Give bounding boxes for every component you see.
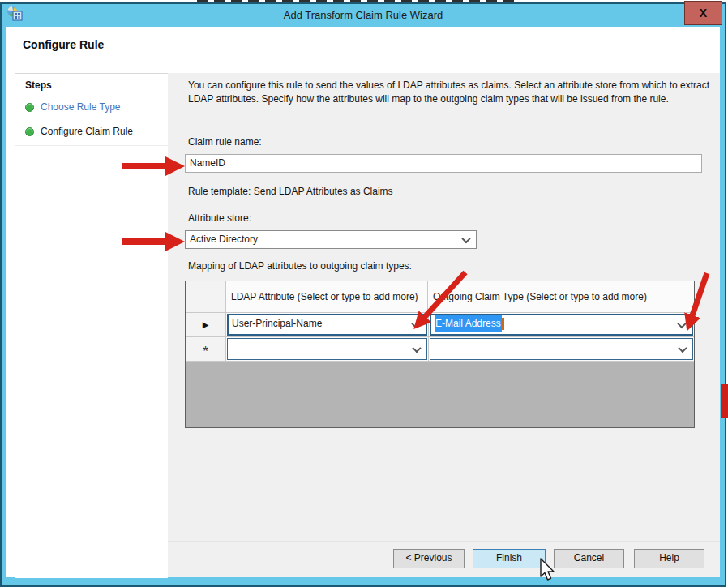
screenshot-scene: Add Transform Claim Rule Wizard X Config… bbox=[0, 0, 728, 587]
selected-claim-type-text: E-Mail Address bbox=[435, 315, 502, 332]
ldap-attribute-dropdown-empty[interactable] bbox=[227, 338, 427, 360]
rule-template-text: Rule template: Send LDAP Attributes as C… bbox=[188, 186, 393, 197]
attribute-store-label: Attribute store: bbox=[188, 212, 251, 224]
main-content: You can configure this rule to send the … bbox=[168, 73, 720, 577]
dialog-client-area: Configure Rule Steps Choose Rule Type Co… bbox=[6, 27, 720, 577]
chevron-down-icon bbox=[678, 343, 687, 352]
button-area-divider bbox=[168, 541, 720, 542]
ldap-attribute-column-header: LDAP Attribute (Select or type to add mo… bbox=[226, 281, 428, 312]
outgoing-claim-type-cell: E-Mail Address bbox=[429, 313, 694, 336]
sidebar-divider bbox=[15, 145, 168, 146]
window-title: Add Transform Claim Rule Wizard bbox=[2, 4, 725, 26]
current-row-marker-icon: ▶ bbox=[203, 320, 209, 329]
add-transform-claim-rule-wizard-dialog: Add Transform Claim Rule Wizard X Config… bbox=[0, 2, 726, 587]
mapping-label: Mapping of LDAP attributes to outgoing c… bbox=[188, 260, 412, 272]
attribute-store-value: Active Directory bbox=[190, 234, 258, 245]
text-caret bbox=[502, 318, 504, 330]
step-complete-icon bbox=[25, 127, 34, 136]
help-button[interactable]: Help bbox=[634, 549, 704, 568]
outgoing-claim-type-column-header: Outgoing Claim Type (Select or type to a… bbox=[428, 281, 694, 312]
claim-rule-name-input[interactable]: NameID bbox=[185, 154, 702, 173]
ldap-attribute-cell: User-Principal-Name bbox=[226, 313, 429, 336]
step-label: Choose Rule Type bbox=[41, 101, 121, 113]
title-bar[interactable]: Add Transform Claim Rule Wizard X bbox=[2, 4, 725, 27]
ldap-attribute-cell bbox=[226, 337, 429, 361]
outgoing-claim-type-dropdown[interactable]: E-Mail Address bbox=[430, 314, 693, 336]
table-row: ▶ User-Principal-Name E-Mail Address bbox=[186, 313, 694, 337]
sidebar-item-configure-claim-rule: Configure Claim Rule bbox=[25, 124, 133, 139]
app-icon bbox=[6, 6, 23, 22]
chevron-down-icon bbox=[677, 319, 686, 328]
close-button[interactable]: X bbox=[684, 1, 722, 25]
ldap-attribute-dropdown[interactable]: User-Principal-Name bbox=[227, 314, 427, 336]
table-header-row: LDAP Attribute (Select or type to add mo… bbox=[186, 281, 694, 313]
finish-button[interactable]: Finish bbox=[473, 549, 546, 568]
chevron-down-icon bbox=[412, 343, 421, 352]
steps-heading: Steps bbox=[25, 79, 52, 91]
steps-sidebar: Steps Choose Rule Type Configure Claim R… bbox=[15, 73, 168, 578]
chevron-down-icon bbox=[411, 319, 420, 328]
table-new-row: * bbox=[186, 337, 694, 362]
sidebar-item-choose-rule-type: Choose Rule Type bbox=[25, 100, 121, 114]
current-row-selector-cell[interactable]: ▶ bbox=[186, 313, 226, 336]
table-corner-cell bbox=[186, 281, 226, 312]
outgoing-claim-type-cell bbox=[429, 337, 694, 361]
step-label: Configure Claim Rule bbox=[41, 126, 133, 137]
ldap-mapping-table: LDAP Attribute (Select or type to add mo… bbox=[185, 281, 695, 428]
table-empty-area bbox=[186, 362, 694, 427]
outgoing-claim-type-dropdown-empty[interactable] bbox=[430, 338, 693, 360]
attribute-store-dropdown[interactable]: Active Directory bbox=[185, 230, 477, 249]
page-title: Configure Rule bbox=[23, 38, 104, 51]
cancel-button[interactable]: Cancel bbox=[554, 549, 624, 568]
step-complete-icon bbox=[25, 103, 34, 112]
rule-description-text: You can configure this rule to send the … bbox=[188, 79, 717, 106]
new-row-marker-icon: * bbox=[203, 343, 208, 355]
claim-rule-name-label: Claim rule name: bbox=[188, 136, 262, 148]
chevron-down-icon bbox=[461, 234, 470, 242]
previous-button[interactable]: < Previous bbox=[393, 549, 465, 568]
new-row-selector-cell[interactable]: * bbox=[186, 337, 226, 361]
ldap-attribute-value: User-Principal-Name bbox=[232, 318, 322, 329]
